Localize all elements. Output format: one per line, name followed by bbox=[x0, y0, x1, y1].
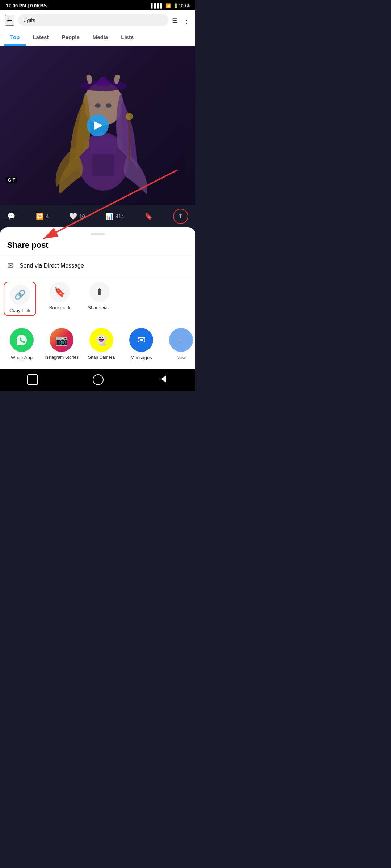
filter-icon[interactable]: ⊟ bbox=[172, 16, 178, 25]
tabs: Top Latest People Media Lists bbox=[0, 30, 196, 46]
whatsapp-icon-svg bbox=[15, 333, 28, 346]
comment-button[interactable]: 💬 bbox=[7, 212, 15, 220]
instagram-icon: 📷 bbox=[50, 328, 73, 352]
share-button[interactable]: ⬆ bbox=[173, 209, 188, 224]
tab-top[interactable]: Top bbox=[4, 30, 26, 46]
bookmark-action-button[interactable]: 🔖 bbox=[144, 212, 152, 220]
tab-latest[interactable]: Latest bbox=[26, 30, 55, 46]
whatsapp-icon bbox=[10, 328, 34, 352]
retweet-icon: 🔁 bbox=[36, 212, 44, 220]
like-button[interactable]: 🤍 10 bbox=[69, 212, 85, 220]
content-area: GIF bbox=[0, 46, 196, 205]
like-count: 10 bbox=[79, 213, 85, 219]
share-icon: ⬆ bbox=[178, 212, 183, 220]
copy-link-icon: 🔗 bbox=[14, 289, 26, 301]
messages-app-button[interactable]: ✉ Messages bbox=[123, 328, 159, 360]
tab-media[interactable]: Media bbox=[86, 30, 115, 46]
svg-marker-10 bbox=[161, 375, 166, 383]
bookmark-action-icon: 🔖 bbox=[144, 212, 152, 220]
action-bar: 💬 🔁 4 🤍 10 📊 414 🔖 ⬆ bbox=[0, 205, 196, 227]
snapchat-label: Snap Camera bbox=[88, 355, 115, 360]
back-button[interactable]: ← bbox=[5, 15, 14, 26]
share-via-button[interactable]: ⬆ Share via... bbox=[83, 282, 116, 316]
status-icons: ▌▌▌▌ 📶 🔋100% bbox=[151, 3, 190, 8]
whatsapp-app-button[interactable]: WhatsApp bbox=[4, 328, 40, 360]
share-via-icon: ⬆ bbox=[96, 286, 104, 298]
views-count: 414 bbox=[115, 213, 124, 219]
dm-label: Send via Direct Message bbox=[20, 263, 84, 269]
apps-row: WhatsApp 📷 Instagram Stories 👻 Snap Came… bbox=[0, 322, 196, 369]
status-time: 12:06 PM | 0.0KB/s bbox=[6, 3, 47, 8]
signal-icon: ▌▌▌▌ bbox=[151, 3, 163, 8]
share-sheet: Share post ✉ Send via Direct Message 🔗 C… bbox=[0, 227, 196, 369]
sheet-handle bbox=[91, 233, 105, 235]
heart-icon: 🤍 bbox=[69, 212, 77, 220]
new-app-icon: + bbox=[169, 328, 193, 352]
nav-back-button[interactable] bbox=[158, 374, 168, 386]
svg-point-3 bbox=[95, 103, 101, 108]
retweet-button[interactable]: 🔁 4 bbox=[36, 212, 49, 220]
messages-icon: ✉ bbox=[129, 328, 153, 352]
bookmark-option-icon-bg: 🔖 bbox=[50, 282, 70, 302]
sheet-title: Share post bbox=[0, 241, 196, 256]
instagram-icon-symbol: 📷 bbox=[55, 334, 68, 346]
new-app-icon-symbol: + bbox=[178, 334, 184, 346]
share-options-row: 🔗 Copy Link 🔖 Bookmark ⬆ Share via... bbox=[0, 276, 196, 322]
dm-icon: ✉ bbox=[7, 261, 14, 271]
bookmark-option-icon: 🔖 bbox=[54, 286, 66, 298]
new-app-button[interactable]: + New bbox=[163, 328, 196, 360]
instagram-label: Instagram Stories bbox=[45, 355, 79, 360]
new-app-label: New bbox=[176, 355, 186, 360]
more-options-icon[interactable]: ⋮ bbox=[183, 16, 190, 25]
snapchat-icon: 👻 bbox=[89, 328, 113, 352]
svg-point-7 bbox=[126, 113, 133, 120]
views-button[interactable]: 📊 414 bbox=[105, 212, 124, 220]
top-bar-icons: ⊟ ⋮ bbox=[172, 16, 190, 25]
copy-link-icon-bg: 🔗 bbox=[10, 285, 30, 305]
snapchat-app-button[interactable]: 👻 Snap Camera bbox=[83, 328, 119, 360]
messages-icon-symbol: ✉ bbox=[137, 334, 146, 346]
search-input[interactable] bbox=[18, 14, 168, 26]
instagram-app-button[interactable]: 📷 Instagram Stories bbox=[43, 328, 80, 360]
whatsapp-label: WhatsApp bbox=[11, 355, 33, 360]
direct-message-button[interactable]: ✉ Send via Direct Message bbox=[0, 256, 196, 276]
status-bar: 12:06 PM | 0.0KB/s ▌▌▌▌ 📶 🔋100% bbox=[0, 0, 196, 10]
tab-people[interactable]: People bbox=[55, 30, 86, 46]
share-via-icon-bg: ⬆ bbox=[89, 282, 110, 302]
top-bar: ← ⊟ ⋮ bbox=[0, 10, 196, 30]
play-icon bbox=[94, 121, 102, 130]
comment-icon: 💬 bbox=[7, 212, 15, 220]
bookmark-option-label: Bookmark bbox=[49, 305, 71, 310]
snapchat-icon-symbol: 👻 bbox=[95, 334, 108, 346]
nav-home-button[interactable] bbox=[93, 374, 104, 385]
tab-lists[interactable]: Lists bbox=[114, 30, 140, 46]
battery-icon: 🔋100% bbox=[173, 3, 190, 8]
wifi-icon: 📶 bbox=[165, 3, 171, 8]
retweet-count: 4 bbox=[46, 213, 49, 219]
bookmark-option-button[interactable]: 🔖 Bookmark bbox=[43, 282, 76, 316]
share-via-label: Share via... bbox=[88, 305, 112, 310]
svg-rect-6 bbox=[129, 118, 130, 162]
play-button[interactable] bbox=[87, 115, 109, 136]
gif-badge: GIF bbox=[6, 177, 17, 183]
back-nav-icon bbox=[158, 374, 168, 384]
svg-point-4 bbox=[106, 103, 112, 108]
nav-square-button[interactable] bbox=[27, 374, 38, 385]
copy-link-label: Copy Link bbox=[9, 308, 30, 313]
copy-link-button[interactable]: 🔗 Copy Link bbox=[4, 282, 36, 316]
messages-label: Messages bbox=[130, 355, 152, 360]
nav-bar bbox=[0, 369, 196, 391]
chart-icon: 📊 bbox=[105, 212, 113, 220]
